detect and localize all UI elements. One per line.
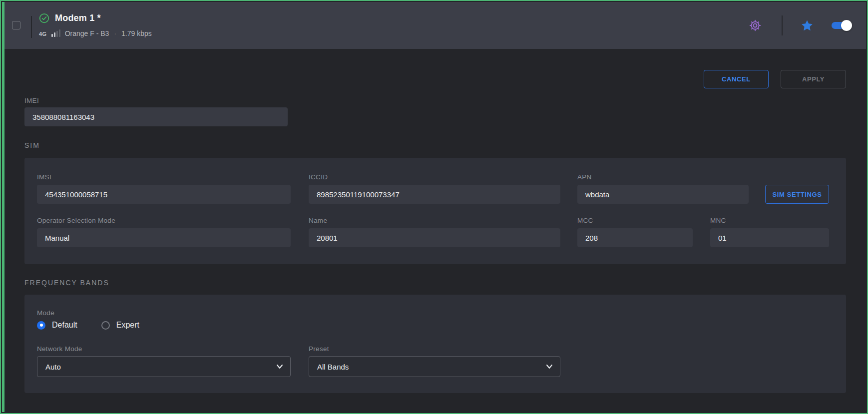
power-toggle-knob[interactable] [841,20,852,31]
preset-label: Preset [309,345,329,353]
mnc-label: MNC [710,217,726,224]
imsi-input[interactable]: 454351000058715 [37,185,291,204]
imsi-label: IMSI [37,173,51,181]
mnc-input[interactable]: 01 [710,228,829,247]
operator-name: Orange F - B3 [65,29,109,37]
iccid-label: ICCID [309,173,328,181]
imei-label: IMEI [24,97,39,104]
name-input[interactable]: 20801 [309,228,560,247]
mcc-input[interactable]: 208 [577,228,693,247]
preset-select[interactable]: All Bands [309,356,560,377]
dot-separator: · [113,29,117,37]
sim-settings-button[interactable]: SIM SETTINGS [765,185,829,204]
header-actions [748,2,851,49]
mcc-label: MCC [577,217,593,224]
network-mode-label: Network Mode [37,345,82,353]
mode-option-default[interactable]: Default [37,321,77,330]
network-tech-label: 4G [39,31,47,37]
apn-label: APN [577,173,592,181]
chevron-down-icon [546,364,553,369]
modem-card: Modem 1 * 4G Orange F - B3 · 1.79 kbps [0,0,868,414]
mode-option-expert[interactable]: Expert [101,321,139,330]
throughput-value: 1.79 kbps [121,29,152,37]
imei-input[interactable]: 358088081163043 [24,107,288,126]
frequency-bands-section-label: FREQUENCY BANDS [24,279,109,287]
star-icon[interactable] [800,18,815,33]
cancel-button[interactable]: CANCEL [704,70,769,88]
apply-button[interactable]: APPLY [781,70,846,88]
apn-input[interactable]: wbdata [577,185,749,204]
modem-settings-body: CANCEL APPLY IMEI 358088081163043 SIM IM… [4,49,866,412]
name-label: Name [309,217,327,224]
check-circle-icon [39,13,49,23]
mode-label: Mode [37,309,54,317]
signal-bars-icon [51,29,60,37]
modem-identity: Modem 1 * 4G Orange F - B3 · 1.79 kbps [39,13,152,37]
radio-selected-icon[interactable] [37,321,45,330]
modem-header: Modem 1 * 4G Orange F - B3 · 1.79 kbps [4,2,866,49]
chevron-down-icon [276,364,283,369]
sim-section-label: SIM [24,141,40,149]
operator-selection-mode-input[interactable]: Manual [37,228,291,247]
header-actions-divider [782,15,783,35]
gear-icon[interactable] [748,18,763,33]
modem-select-checkbox[interactable] [12,21,20,29]
sim-panel: IMSI 454351000058715 ICCID 8985235011910… [24,158,846,264]
frequency-bands-panel: Mode Default Expert Network Mode Auto Pr… [24,295,846,393]
iccid-input[interactable]: 89852350119100073347 [309,185,560,204]
operator-selection-mode-label: Operator Selection Mode [37,217,115,224]
power-toggle[interactable] [832,22,851,29]
modem-title: Modem 1 * [55,13,101,23]
network-mode-select[interactable]: Auto [37,356,291,377]
header-divider [31,16,32,38]
mode-radio-group: Default Expert [37,321,139,330]
radio-unselected-icon[interactable] [101,321,110,330]
